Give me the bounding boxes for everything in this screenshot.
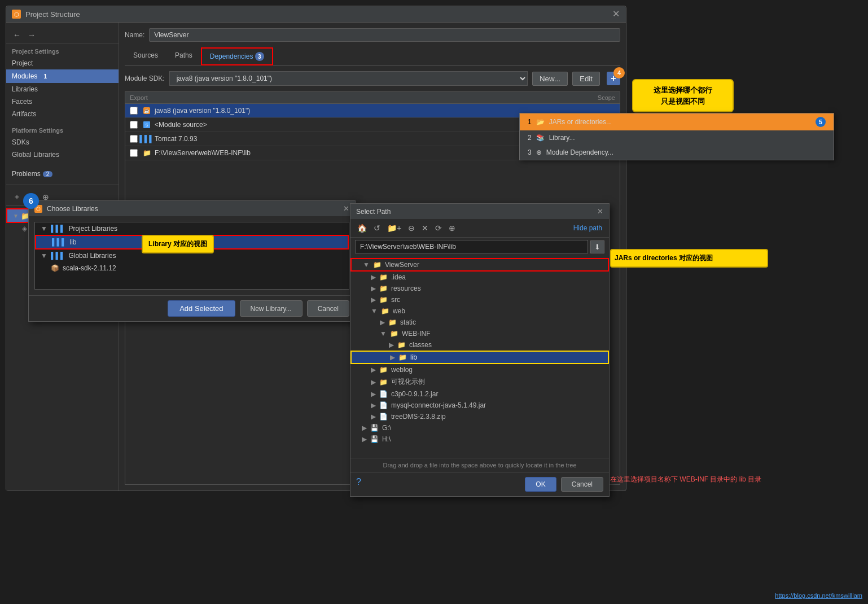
dep-checkbox-webinf[interactable]: [130, 149, 138, 157]
dropdown-library-label: Library...: [549, 134, 575, 142]
dropdown-item-library[interactable]: 2 📚 Library...: [520, 130, 834, 145]
dropdown-item-module-dep[interactable]: 3 ⊕ Module Dependency...: [520, 145, 834, 160]
tab-badge: 3: [255, 52, 264, 61]
badge-5: 5: [816, 117, 826, 127]
sp-h-label: H:\: [382, 435, 391, 443]
sp-weblog[interactable]: ▶ 📁 weblog: [350, 364, 609, 375]
sp-lib-label: lib: [410, 353, 417, 361]
sidebar-item-artifacts[interactable]: Artifacts: [6, 108, 119, 120]
nav-forward-button[interactable]: →: [25, 29, 38, 41]
select-path-tree: ▼ 📁 ViewServer ▶ 📁 .idea ▶ 📁 resources ▶…: [350, 256, 609, 458]
select-path-help-icon[interactable]: ?: [356, 477, 361, 492]
bar-icon: [51, 225, 65, 233]
sp-delete-button[interactable]: ✕: [419, 222, 431, 234]
path-input[interactable]: [355, 240, 588, 253]
sidebar-item-modules[interactable]: Modules 1: [6, 69, 119, 83]
sdk-edit-button[interactable]: Edit: [572, 72, 600, 86]
sp-file-mysql: 📄: [379, 401, 388, 409]
sdk-row: Module SDK: java8 (java version "1.8.0_1…: [125, 71, 620, 86]
sp-visualization[interactable]: ▶ 📁 可视化示例: [350, 375, 609, 388]
sp-viewserver[interactable]: ▼ 📁 ViewServer: [350, 258, 609, 272]
expand-arrow: ▼: [41, 252, 47, 260]
window-title: Project Structure: [25, 10, 80, 19]
add-module-button[interactable]: ＋: [11, 191, 23, 203]
select-path-cancel-button[interactable]: Cancel: [561, 477, 603, 492]
tab-paths[interactable]: Paths: [166, 47, 201, 65]
close-button[interactable]: ✕: [611, 10, 620, 19]
dropdown-item-jars[interactable]: 1 📂 JARs or directories... 5: [520, 113, 834, 130]
sidebar-item-sdks[interactable]: SDKs: [6, 136, 119, 148]
sp-resources[interactable]: ▶ 📁 resources: [350, 283, 609, 294]
scala-folder-icon: 📦: [51, 264, 59, 272]
modules-badge: 1: [41, 72, 50, 81]
sp-arrow-c3p0: ▶: [371, 390, 376, 398]
jar-dir-annotation-box: JARs or directories 对应的视图: [610, 249, 768, 268]
sp-arrow-treedms: ▶: [371, 413, 376, 421]
sdk-label: Module SDK:: [125, 75, 165, 82]
hide-path-button[interactable]: Hide path: [571, 223, 604, 233]
sp-arrow-classes: ▶: [389, 341, 394, 349]
sp-treedms[interactable]: ▶ 📄 treeDMS-2.3.8.zip: [350, 411, 609, 422]
sp-lib[interactable]: ▶ 📁 lib: [350, 351, 609, 364]
sp-h-drive[interactable]: ▶ 💾 H:\: [350, 434, 609, 445]
sp-newfolder-button[interactable]: 📁+: [385, 222, 404, 234]
sp-mysql[interactable]: ▶ 📄 mysql-connector-java-5.1.49.jar: [350, 400, 609, 411]
app-icon: ⬡: [12, 10, 21, 19]
sp-g-label: G:\: [382, 424, 391, 432]
dep-checkbox-java8[interactable]: [130, 107, 138, 115]
path-browse-button[interactable]: ⬇: [590, 240, 604, 253]
sp-static[interactable]: ▶ 📁 static: [350, 317, 609, 328]
tab-sources[interactable]: Sources: [125, 47, 166, 65]
new-library-button[interactable]: New Library...: [240, 300, 303, 317]
add-selected-button[interactable]: Add Selected: [168, 300, 235, 317]
sdk-new-button[interactable]: New...: [532, 72, 568, 86]
sidebar-item-project[interactable]: Project: [6, 57, 119, 69]
problems-badge: 2: [43, 171, 53, 177]
dep-checkbox-tomcat[interactable]: [130, 135, 138, 143]
status-url[interactable]: https://blog.csdn.net/kmswilliam: [775, 592, 862, 599]
sp-folder-idea: 📁: [379, 273, 388, 281]
sp-c3p0[interactable]: ▶ 📄 c3p0-0.9.1.2.jar: [350, 388, 609, 400]
lib-bar-icon: [52, 238, 67, 246]
lib-item-scala[interactable]: 📦 scala-sdk-2.11.12: [35, 262, 349, 274]
sidebar-item-label: SDKs: [12, 138, 29, 146]
choose-libs-cancel-button[interactable]: Cancel: [307, 300, 349, 317]
sp-src[interactable]: ▶ 📁 src: [350, 294, 609, 305]
tab-dependencies[interactable]: Dependencies 3: [201, 47, 273, 65]
sidebar-item-label: Facets: [12, 98, 32, 106]
sp-src-label: src: [391, 296, 400, 304]
dep-checkbox-module-source[interactable]: [130, 121, 138, 129]
select-path-ok-button[interactable]: OK: [525, 477, 556, 492]
select-path-close[interactable]: ✕: [597, 207, 603, 216]
lib-num: 2: [528, 134, 532, 142]
add-dep-area: + 4: [607, 72, 620, 85]
sp-refresh-button[interactable]: ↺: [371, 222, 383, 234]
sidebar-item-global-libraries[interactable]: Global Libraries: [6, 148, 119, 161]
sp-sync-button[interactable]: ⟳: [433, 222, 444, 234]
select-path-hint: Drag and drop a file into the space abov…: [350, 458, 609, 472]
lib-project-libraries[interactable]: ▼ Project Libraries: [35, 222, 349, 235]
sp-idea[interactable]: ▶ 📁 .idea: [350, 272, 609, 283]
name-input[interactable]: [149, 28, 620, 42]
sp-g-drive[interactable]: ▶ 💾 G:\: [350, 422, 609, 434]
nav-back-button[interactable]: ←: [11, 29, 23, 41]
dep-name-java8: java8 (java version "1.8.0_101"): [155, 107, 559, 115]
sp-classes[interactable]: ▶ 📁 classes: [350, 339, 609, 351]
sp-folder-lib: 📁: [398, 353, 407, 361]
svg-text:☕: ☕: [144, 108, 150, 113]
sp-web[interactable]: ▼ 📁 web: [350, 305, 609, 317]
global-bar-icon: [51, 252, 65, 260]
path-row: ⬇: [350, 238, 609, 256]
sp-collapse-button[interactable]: ⊖: [406, 222, 417, 234]
sidebar-item-problems[interactable]: Problems 2: [6, 168, 119, 180]
sp-home-button[interactable]: 🏠: [355, 222, 369, 234]
sidebar-item-libraries[interactable]: Libraries: [6, 83, 119, 95]
sp-copy-button[interactable]: ⊕: [446, 222, 458, 234]
sp-webinf[interactable]: ▼ 📁 WEB-INF: [350, 328, 609, 339]
sp-folder-webinf: 📁: [390, 330, 398, 338]
choose-libs-close[interactable]: ✕: [343, 204, 349, 213]
sidebar-item-facets[interactable]: Facets: [6, 95, 119, 108]
sdk-select[interactable]: java8 (java version "1.8.0_101"): [169, 71, 528, 86]
sidebar-item-label: Project: [12, 59, 33, 67]
choose-libs-footer: Add Selected New Library... Cancel: [29, 295, 355, 321]
